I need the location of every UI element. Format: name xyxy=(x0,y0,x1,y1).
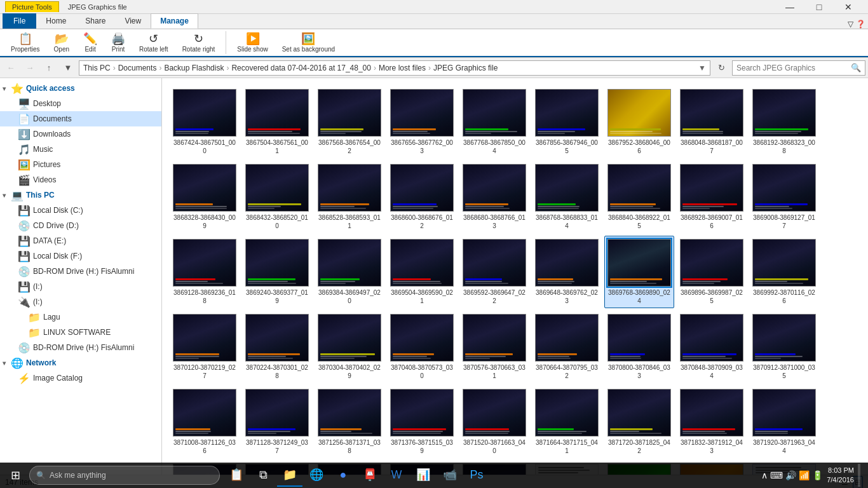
thumb-item-39[interactable]: 3871376-3871515_039 xyxy=(387,386,457,458)
sidebar-item-disk-c[interactable]: 💾 Local Disk (C:) xyxy=(0,203,161,218)
sidebar-item-i1[interactable]: 💾 (I:) xyxy=(0,279,161,294)
thumb-item-34[interactable]: 3870848-3870909_034 xyxy=(677,311,747,383)
sidebar-item-pictures[interactable]: 🖼️ Pictures xyxy=(0,157,161,172)
tab-manage[interactable]: Manage xyxy=(151,13,198,29)
sidebar-item-bd-rom-h2[interactable]: 💿 BD-ROM Drive (H:) FisAlumni xyxy=(0,340,161,355)
thumb-item-27[interactable]: 3870120-3870219_027 xyxy=(170,311,240,383)
sidebar-item-desktop[interactable]: 🖥️ Desktop xyxy=(0,96,161,111)
thumb-item-5[interactable]: 3867856-3867946_005 xyxy=(532,86,602,158)
ribbon-btn-properties[interactable]: 📋 Properties xyxy=(5,30,46,56)
sidebar-item-lagu[interactable]: 📁 Lagu xyxy=(0,309,161,325)
taskbar-keyboard-icon[interactable]: ⌨ xyxy=(770,470,783,480)
taskbar-chrome[interactable]: ● xyxy=(330,464,356,487)
tab-home[interactable]: Home xyxy=(36,13,76,29)
path-documents[interactable]: Documents xyxy=(118,64,157,72)
back-button[interactable]: ← xyxy=(3,60,19,76)
refresh-button[interactable]: ↻ xyxy=(713,60,729,76)
thumb-item-0[interactable]: 3867424-3867501_000 xyxy=(170,86,240,158)
path-jpeg[interactable]: JPEG Graphics file xyxy=(433,64,498,72)
thumb-item-20[interactable]: 3869384-3869497_020 xyxy=(315,236,384,308)
search-box[interactable]: 🔍 xyxy=(732,60,865,76)
search-input[interactable] xyxy=(736,64,848,72)
thumb-item-16[interactable]: 3868928-3869007_016 xyxy=(677,161,747,233)
taskbar-clock[interactable]: 8:03 PM 7/4/2016 xyxy=(827,466,854,485)
help-btn[interactable]: ❓ xyxy=(856,20,865,29)
thumb-item-1[interactable]: 3867504-3867561_001 xyxy=(242,86,312,158)
thumb-item-23[interactable]: 3869648-3869762_023 xyxy=(532,236,602,308)
taskbar-app2[interactable]: 📊 xyxy=(410,464,436,487)
tab-share[interactable]: Share xyxy=(76,13,115,29)
taskbar-search[interactable]: 🔍 Ask me anything xyxy=(29,466,220,485)
thumb-item-24[interactable]: 3869768-3869890_024 xyxy=(604,236,674,308)
thumb-item-3[interactable]: 3867656-3867762_003 xyxy=(387,86,457,158)
ribbon-btn-print[interactable]: 🖨️ Print xyxy=(105,30,131,56)
thumb-item-2[interactable]: 3867568-3867654_002 xyxy=(315,86,384,158)
start-button[interactable]: ⊞ xyxy=(3,464,28,487)
thumb-item-11[interactable]: 3868528-3868593_011 xyxy=(315,161,384,233)
ribbon-btn-edit[interactable]: ✏️ Edit xyxy=(78,30,103,56)
sidebar-item-disk-d[interactable]: 💿 CD Drive (D:) xyxy=(0,218,161,233)
path-dropdown-btn[interactable]: ▼ xyxy=(698,64,706,72)
sidebar-item-bd-rom-h[interactable]: 💿 BD-ROM Drive (H:) FisAlumni xyxy=(0,264,161,279)
ribbon-btn-slideshow[interactable]: ▶️ Slide show xyxy=(231,30,273,56)
taskbar-explorer[interactable]: 📁 xyxy=(277,464,302,487)
recent-locations-button[interactable]: ▼ xyxy=(60,60,76,76)
thumb-item-35[interactable]: 3870912-3871000_035 xyxy=(749,311,819,383)
sidebar-item-i2[interactable]: 🔌 (I:) xyxy=(0,294,161,309)
thumb-item-14[interactable]: 3868768-3868833_014 xyxy=(532,161,602,233)
ribbon-btn-rotate-left[interactable]: ↺ Rotate left xyxy=(133,30,174,56)
thumb-item-42[interactable]: 3871720-3871825_042 xyxy=(604,386,674,458)
sidebar-item-videos[interactable]: 🎬 Videos xyxy=(0,172,161,187)
tab-file[interactable]: File xyxy=(3,13,36,29)
thumb-item-25[interactable]: 3869896-3869987_025 xyxy=(677,236,747,308)
sidebar-item-downloads[interactable]: ⬇️ Downloads xyxy=(0,126,161,142)
address-path[interactable]: This PC › Documents › Backup Flashdisk ›… xyxy=(79,60,710,76)
thumb-item-31[interactable]: 3870576-3870663_031 xyxy=(459,311,529,383)
taskbar-edge[interactable]: 🌐 xyxy=(304,464,329,487)
thumb-item-38[interactable]: 3871256-3871371_038 xyxy=(315,386,384,458)
thumb-item-37[interactable]: 3871128-3871249_037 xyxy=(242,386,312,458)
taskbar-up-arrow[interactable]: ∧ xyxy=(761,470,768,480)
taskbar-view-icon[interactable]: 📋 xyxy=(224,464,249,487)
thumb-item-28[interactable]: 3870224-3870301_028 xyxy=(242,311,312,383)
expand-ribbon-btn[interactable]: ▽ xyxy=(848,20,853,29)
thumb-item-30[interactable]: 3870408-3870573_030 xyxy=(387,311,457,383)
thumb-item-29[interactable]: 3870304-3870402_029 xyxy=(315,311,384,383)
path-this-pc[interactable]: This PC xyxy=(83,64,111,72)
thumb-item-8[interactable]: 3868192-3868323_008 xyxy=(749,86,819,158)
taskbar-word[interactable]: W xyxy=(384,464,409,487)
sidebar-item-disk-e[interactable]: 💾 DATA (E:) xyxy=(0,233,161,248)
taskbar-battery-icon[interactable]: 🔋 xyxy=(812,470,823,480)
ribbon-btn-set-background[interactable]: 🖼️ Set as background xyxy=(276,30,341,56)
taskbar-show-desktop[interactable] xyxy=(858,464,860,487)
close-button[interactable]: ✕ xyxy=(834,0,863,14)
forward-button[interactable]: → xyxy=(22,60,38,76)
thumb-item-33[interactable]: 3870800-3870846_033 xyxy=(604,311,674,383)
thumb-item-43[interactable]: 3871832-3871912_043 xyxy=(677,386,747,458)
taskbar-network-icon[interactable]: 📶 xyxy=(799,470,810,480)
minimize-button[interactable]: — xyxy=(775,0,804,14)
taskbar-volume-icon[interactable]: 🔊 xyxy=(785,470,796,480)
thumb-item-21[interactable]: 3869504-3869590_021 xyxy=(387,236,457,308)
thumb-item-6[interactable]: 3867952-3868046_006 xyxy=(604,86,674,158)
thumb-item-26[interactable]: 3869992-3870116_026 xyxy=(749,236,819,308)
path-more[interactable]: More lost files xyxy=(379,64,426,72)
taskbar-app1[interactable]: 📮 xyxy=(357,464,383,487)
thumb-item-41[interactable]: 3871664-3871715_041 xyxy=(532,386,602,458)
taskbar-photoshop[interactable]: Ps xyxy=(464,464,489,487)
sidebar-section-network[interactable]: ▾ 🌐 Network xyxy=(0,355,161,370)
up-button[interactable]: ↑ xyxy=(41,60,57,76)
path-backup[interactable]: Backup Flashdisk xyxy=(164,64,224,72)
ribbon-btn-open[interactable]: 📂 Open xyxy=(48,30,75,56)
thumb-item-19[interactable]: 3869240-3869377_019 xyxy=(242,236,312,308)
ribbon-btn-rotate-right[interactable]: ↻ Rotate right xyxy=(177,30,221,56)
thumb-item-4[interactable]: 3867768-3867850_004 xyxy=(459,86,529,158)
thumb-item-40[interactable]: 3871520-3871663_040 xyxy=(459,386,529,458)
sidebar-item-disk-f[interactable]: 💾 Local Disk (F:) xyxy=(0,248,161,264)
sidebar-item-image-catalog[interactable]: ⚡ Image Catalog xyxy=(0,370,161,386)
thumb-item-9[interactable]: 3868328-3868430_009 xyxy=(170,161,240,233)
thumb-item-17[interactable]: 3869008-3869127_017 xyxy=(749,161,819,233)
thumb-item-12[interactable]: 3868600-3868676_012 xyxy=(387,161,457,233)
maximize-button[interactable]: □ xyxy=(804,0,834,14)
thumb-item-13[interactable]: 3868680-3868766_013 xyxy=(459,161,529,233)
